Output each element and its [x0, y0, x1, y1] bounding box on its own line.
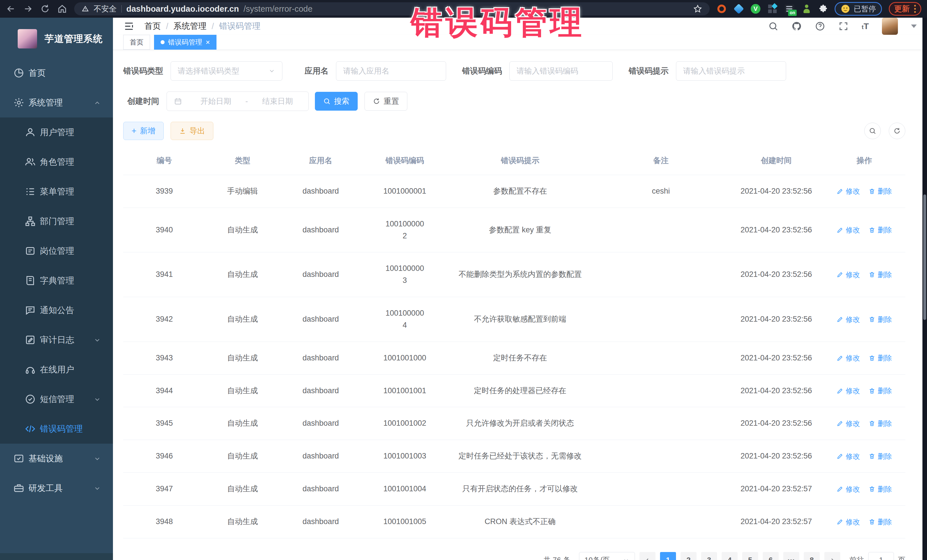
page-button[interactable]: 6 [763, 552, 779, 560]
sidebar-item-menus[interactable]: 菜单管理 [0, 177, 113, 206]
app-name-input-box[interactable] [336, 61, 446, 81]
delete-link[interactable]: 删除 [869, 352, 892, 364]
tab-close-icon[interactable]: × [206, 38, 210, 46]
github-icon[interactable] [792, 21, 802, 31]
refresh-table-button[interactable] [889, 123, 905, 139]
delete-link[interactable]: 删除 [869, 451, 892, 462]
page-button[interactable]: 2 [681, 552, 696, 560]
breadcrumb-home[interactable]: 首页 [144, 21, 161, 32]
sidebar-item-dictionary[interactable]: 字典管理 [0, 266, 113, 295]
error-type-select-input[interactable] [178, 67, 268, 76]
page-button[interactable]: 5 [742, 552, 758, 560]
sidebar-collapse-bar[interactable] [0, 553, 113, 560]
delete-link[interactable]: 删除 [869, 516, 892, 528]
edit-icon [837, 518, 843, 525]
sidebar-item-home[interactable]: 首页 [0, 58, 113, 88]
sidebar-item-roles[interactable]: 角色管理 [0, 147, 113, 177]
font-size-icon[interactable]: tT [862, 21, 869, 31]
delete-link[interactable]: 删除 [869, 314, 892, 325]
date-range-picker[interactable]: 开始日期 - 结束日期 [167, 91, 308, 111]
hamburger-icon[interactable] [123, 21, 135, 32]
search-button[interactable]: 搜索 [315, 92, 358, 111]
delete-link[interactable]: 删除 [869, 418, 892, 429]
breadcrumb-section[interactable]: 系统管理 [173, 21, 207, 32]
delete-link[interactable]: 删除 [869, 484, 892, 495]
extension-list-icon[interactable]: on [784, 4, 795, 14]
sidebar-item-users[interactable]: 用户管理 [0, 117, 113, 147]
sidebar-item-infrastructure[interactable]: 基础设施 [0, 444, 113, 473]
app-name-input[interactable] [343, 67, 439, 76]
goto-page-input[interactable] [868, 552, 894, 560]
avatar-caret-icon[interactable] [911, 24, 917, 28]
browser-window: 不安全 dashboard.yudao.iocoder.cn /system/e… [0, 0, 927, 560]
error-code-input-box[interactable] [509, 61, 613, 81]
edit-link[interactable]: 修改 [837, 451, 860, 462]
col-app: 应用名 [280, 155, 362, 167]
edit-link[interactable]: 修改 [837, 352, 860, 364]
browser-menu-kebab-icon[interactable] [914, 5, 916, 13]
help-icon[interactable] [815, 21, 825, 31]
reset-button[interactable]: 重置 [365, 92, 407, 111]
sidebar-item-dev-tools[interactable]: 研发工具 [0, 473, 113, 503]
delete-link[interactable]: 删除 [869, 385, 892, 396]
extension-gem-icon[interactable] [734, 4, 744, 14]
sidebar-item-posts[interactable]: 岗位管理 [0, 236, 113, 266]
edit-link[interactable]: 修改 [837, 225, 860, 235]
error-type-select[interactable] [170, 61, 283, 81]
error-msg-input[interactable] [683, 67, 779, 76]
search-icon[interactable] [768, 21, 778, 31]
prev-page-button[interactable] [640, 552, 655, 560]
edit-link[interactable]: 修改 [837, 314, 860, 325]
edit-link[interactable]: 修改 [837, 418, 860, 429]
delete-link[interactable]: 删除 [869, 225, 892, 235]
sidebar-item-online-users[interactable]: 在线用户 [0, 355, 113, 384]
sidebar-item-system[interactable]: 系统管理 [0, 88, 113, 117]
window-scrollbar[interactable] [922, 18, 927, 560]
edit-link[interactable]: 修改 [837, 516, 860, 528]
page-button[interactable]: 1 [660, 552, 676, 560]
edit-link[interactable]: 修改 [837, 484, 860, 495]
sidebar-item-error-code[interactable]: 错误码管理 [0, 414, 113, 444]
active-tab-dot [161, 40, 164, 44]
bookmark-star-icon[interactable] [693, 4, 702, 14]
delete-link[interactable]: 删除 [869, 186, 892, 197]
edit-link[interactable]: 修改 [837, 186, 860, 197]
edit-link[interactable]: 修改 [837, 269, 860, 280]
tab-home[interactable]: 首页 [123, 35, 150, 50]
page-button[interactable]: 3 [701, 552, 717, 560]
toggle-search-button[interactable] [864, 123, 881, 139]
sidebar-item-audit-log[interactable]: 审计日志 [0, 325, 113, 355]
sidebar-item-notices[interactable]: 通知公告 [0, 295, 113, 325]
delete-link[interactable]: 删除 [869, 269, 892, 280]
error-msg-input-box[interactable] [676, 61, 786, 81]
extensions-puzzle-icon[interactable] [819, 4, 828, 14]
extension-grid-icon[interactable] [767, 4, 778, 14]
extension-person-icon[interactable] [801, 4, 812, 14]
extension-ring-icon[interactable] [716, 4, 727, 14]
page-button[interactable]: 8 [804, 552, 820, 560]
export-button[interactable]: 导出 [170, 122, 213, 140]
tab-error-code[interactable]: 错误码管理 × [154, 35, 216, 50]
page-ellipsis[interactable]: ··· [783, 552, 799, 560]
url-bar[interactable]: 不安全 dashboard.yudao.iocoder.cn /system/e… [74, 2, 710, 15]
date-end-placeholder: 结束日期 [262, 96, 293, 106]
next-page-button[interactable] [824, 552, 840, 560]
user-avatar[interactable] [882, 18, 898, 35]
page-button[interactable]: 4 [722, 552, 738, 560]
fullscreen-icon[interactable] [838, 21, 849, 31]
extension-green-icon[interactable]: V [751, 4, 760, 14]
profile-paused-pill[interactable]: 已暂停 [834, 2, 882, 16]
browser-forward-icon[interactable] [23, 4, 33, 14]
scrollbar-thumb[interactable] [923, 194, 926, 320]
browser-back-icon[interactable] [6, 4, 16, 14]
error-code-input[interactable] [517, 67, 606, 76]
browser-home-icon[interactable] [57, 4, 67, 14]
sidebar-item-sms[interactable]: 短信管理 [0, 384, 113, 414]
page-size-select[interactable]: 10条/页 [579, 552, 635, 560]
breadcrumb: 首页 / 系统管理 / 错误码管理 [144, 21, 260, 32]
browser-reload-icon[interactable] [40, 4, 50, 14]
add-button[interactable]: + 新增 [123, 122, 164, 140]
browser-update-button[interactable]: 更新 [889, 2, 921, 16]
edit-link[interactable]: 修改 [837, 385, 860, 396]
sidebar-item-departments[interactable]: 部门管理 [0, 206, 113, 236]
